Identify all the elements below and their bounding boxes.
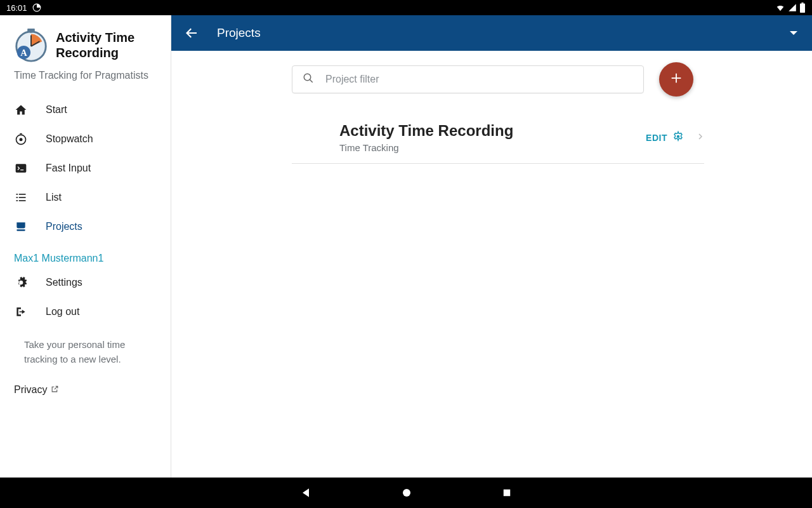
projects-icon <box>14 220 28 233</box>
sidebar-item-label: Projects <box>46 221 82 232</box>
nav-back-button[interactable] <box>299 486 312 499</box>
svg-rect-27 <box>504 490 511 497</box>
project-filter-input[interactable] <box>325 74 633 85</box>
sidebar-item-label: Settings <box>46 277 82 288</box>
sidebar-item-label: Stopwatch <box>46 133 93 145</box>
sidebar-item-projects[interactable]: Projects <box>0 212 171 241</box>
nav-home-button[interactable] <box>401 487 412 498</box>
logout-icon <box>14 305 28 318</box>
dropdown-button[interactable] <box>788 27 799 39</box>
svg-rect-12 <box>20 133 22 135</box>
project-subtitle: Time Tracking <box>339 142 646 153</box>
app-status-icon <box>32 3 41 12</box>
gear-icon <box>672 131 684 144</box>
sidebar-item-start[interactable]: Start <box>0 95 171 124</box>
add-project-button[interactable] <box>659 62 693 97</box>
wifi-icon <box>775 3 785 12</box>
content-area: Projects <box>171 15 812 478</box>
edit-project-button[interactable]: EDIT <box>646 131 704 144</box>
sidebar-item-fast-input[interactable]: Fast Input <box>0 154 171 183</box>
home-icon <box>14 104 28 116</box>
status-bar: 16:01 <box>0 0 812 15</box>
topbar: Projects <box>171 15 812 51</box>
search-box[interactable] <box>292 65 644 93</box>
sidebar-item-label: Log out <box>46 306 79 318</box>
svg-line-22 <box>310 79 313 83</box>
back-button[interactable] <box>184 25 199 41</box>
svg-rect-16 <box>16 197 18 198</box>
page-title: Projects <box>217 26 788 40</box>
stopwatch-icon <box>14 133 28 145</box>
svg-rect-14 <box>16 194 18 195</box>
svg-rect-19 <box>19 200 26 201</box>
svg-point-25 <box>677 135 680 138</box>
sidebar-item-settings[interactable]: Settings <box>0 268 171 297</box>
svg-rect-20 <box>16 229 25 231</box>
external-link-icon <box>51 384 59 396</box>
signal-icon <box>788 3 797 12</box>
terminal-icon <box>14 162 28 175</box>
plus-icon <box>669 71 683 88</box>
project-name: Activity Time Recording <box>339 122 646 140</box>
gear-icon <box>14 276 28 289</box>
svg-rect-5 <box>30 30 32 33</box>
battery-icon <box>799 3 806 13</box>
svg-rect-13 <box>16 164 27 172</box>
svg-rect-17 <box>19 197 26 198</box>
sidebar-item-label: List <box>46 192 62 203</box>
nav-recent-button[interactable] <box>501 487 513 498</box>
sidebar-item-label: Start <box>46 104 67 116</box>
svg-point-11 <box>20 138 23 141</box>
svg-text:A: A <box>20 48 27 58</box>
sidebar-item-logout[interactable]: Log out <box>0 297 171 326</box>
list-icon <box>14 191 28 204</box>
app-tagline: Time Tracking for Pragmatists <box>0 70 171 95</box>
chevron-right-icon <box>697 131 704 144</box>
user-name-link[interactable]: Max1 Mustermann1 <box>0 241 171 268</box>
svg-point-21 <box>304 74 311 81</box>
app-logo-icon: A <box>13 27 49 64</box>
sidebar-item-label: Fast Input <box>46 163 91 174</box>
sidebar-item-stopwatch[interactable]: Stopwatch <box>0 124 171 154</box>
sidebar: A Activity Time Recording Time Tracking … <box>0 15 171 478</box>
svg-point-26 <box>403 489 410 497</box>
search-icon <box>303 72 314 86</box>
logo-block: A Activity Time Recording <box>0 27 171 70</box>
svg-rect-15 <box>19 194 26 195</box>
svg-rect-2 <box>801 3 803 4</box>
sidebar-item-list[interactable]: List <box>0 183 171 212</box>
app-title: Activity Time Recording <box>56 30 134 60</box>
svg-rect-1 <box>800 4 805 13</box>
privacy-link[interactable]: Privacy <box>0 378 171 407</box>
status-time: 16:01 <box>6 3 27 13</box>
promo-text: Take your personal time tracking to a ne… <box>0 326 171 378</box>
svg-rect-18 <box>16 200 18 201</box>
project-row[interactable]: Activity Time Recording Time Tracking ED… <box>292 116 704 164</box>
system-navbar <box>0 478 812 508</box>
